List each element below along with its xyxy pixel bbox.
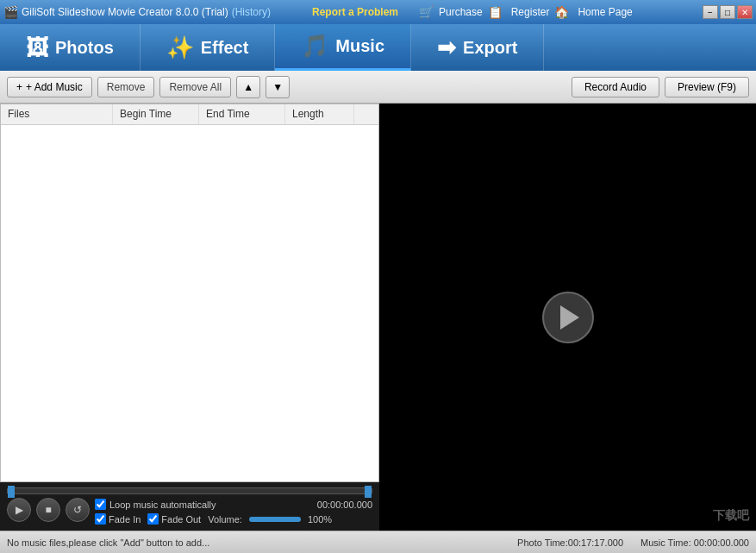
tab-photos-label: Photos xyxy=(55,38,114,58)
homepage-link[interactable]: Home Page xyxy=(578,6,632,18)
volume-slider[interactable] xyxy=(249,517,301,522)
file-table: Files Begin Time End Time Length xyxy=(0,104,379,482)
seekbar-track[interactable] xyxy=(7,487,372,494)
watermark: 下载吧 xyxy=(713,508,749,524)
fade-out-label: Fade Out xyxy=(161,514,201,525)
fade-in-checkbox[interactable] xyxy=(95,513,106,525)
register-link[interactable]: Register xyxy=(511,6,550,18)
register-icon: 📋 xyxy=(488,5,503,19)
purchase-icon: 🛒 xyxy=(419,5,434,19)
play-button[interactable]: ▶ xyxy=(7,498,31,522)
col-end-time: End Time xyxy=(199,104,285,124)
move-down-button[interactable]: ▼ xyxy=(266,76,290,98)
close-button[interactable]: ✕ xyxy=(737,5,753,19)
seekbar-right-handle[interactable] xyxy=(365,486,372,498)
fade-in-container: Fade In xyxy=(95,513,141,525)
photo-time-display: Photo Time:00:17:17.000 xyxy=(517,537,623,548)
toolbar: + + Add Music Remove Remove All ▲ ▼ Reco… xyxy=(0,71,756,104)
seekbar-left-handle[interactable] xyxy=(8,486,15,498)
remove-all-button[interactable]: Remove All xyxy=(159,77,231,97)
add-icon: + xyxy=(16,81,22,93)
music-time-display: Music Time: 00:00:00.000 xyxy=(640,537,749,548)
effect-icon: ✨ xyxy=(166,35,194,61)
history-link[interactable]: (History) xyxy=(232,6,271,18)
preview-play-button[interactable] xyxy=(542,292,594,343)
tab-music[interactable]: 🎵 Music xyxy=(275,24,411,71)
volume-label: Volume: xyxy=(208,514,242,525)
move-up-button[interactable]: ▲ xyxy=(236,76,260,98)
purchase-link[interactable]: Purchase xyxy=(439,6,483,18)
title-bar: 🎬 GiliSoft Slideshow Movie Creator 8.0.0… xyxy=(0,0,756,24)
col-length: Length xyxy=(285,104,354,124)
photos-icon: 🖼 xyxy=(26,35,48,61)
file-list-header: Files Begin Time End Time Length xyxy=(1,104,378,125)
tab-export[interactable]: ➡ Export xyxy=(411,24,544,71)
rewind-button[interactable]: ↺ xyxy=(66,498,90,522)
preview-panel: 下载吧 xyxy=(379,104,756,531)
fade-out-container: Fade Out xyxy=(147,513,201,525)
volume-pct: 100% xyxy=(308,514,332,525)
tab-effect[interactable]: ✨ Effect xyxy=(141,24,276,71)
col-files: Files xyxy=(1,104,113,124)
loop-checkbox[interactable] xyxy=(95,499,106,510)
report-link[interactable]: Report a Problem xyxy=(312,6,398,18)
fade-in-label: Fade In xyxy=(109,514,141,525)
play-triangle-icon xyxy=(560,305,579,330)
seekbar-container xyxy=(7,487,372,494)
player-buttons: ▶ ■ ↺ xyxy=(7,498,90,522)
player-controls: ▶ ■ ↺ Loop music automatically 00:00:00.… xyxy=(0,482,379,531)
maximize-button[interactable]: □ xyxy=(720,5,735,19)
minimize-button[interactable]: − xyxy=(703,5,718,19)
remove-button[interactable]: Remove xyxy=(97,77,155,97)
app-title: GiliSoft Slideshow Movie Creator 8.0.0 (… xyxy=(22,6,228,18)
tab-export-label: Export xyxy=(463,38,517,58)
app-icon: 🎬 xyxy=(3,5,18,19)
tab-photos[interactable]: 🖼 Photos xyxy=(0,24,141,71)
main-content: Files Begin Time End Time Length ▶ ■ xyxy=(0,104,756,531)
tab-music-label: Music xyxy=(335,36,384,56)
loop-label: Loop music automatically xyxy=(109,500,216,510)
left-panel: Files Begin Time End Time Length ▶ ■ xyxy=(0,104,379,531)
home-icon: 🏠 xyxy=(554,5,569,19)
fade-out-checkbox[interactable] xyxy=(147,513,159,525)
time-display: 00:00:00.000 xyxy=(317,500,372,510)
status-message: No music files,please click "Add" button… xyxy=(7,537,209,548)
record-audio-button[interactable]: Record Audio xyxy=(572,77,659,97)
file-list-body[interactable] xyxy=(1,125,378,481)
col-begin-time: Begin Time xyxy=(113,104,199,124)
add-music-button[interactable]: + + Add Music xyxy=(7,77,92,97)
export-icon: ➡ xyxy=(437,35,456,61)
music-icon: 🎵 xyxy=(301,33,328,60)
status-bar: No music files,please click "Add" button… xyxy=(0,531,756,553)
stop-button[interactable]: ■ xyxy=(36,498,60,522)
preview-button[interactable]: Preview (F9) xyxy=(665,77,749,97)
tab-effect-label: Effect xyxy=(201,38,249,58)
tab-bar: 🖼 Photos ✨ Effect 🎵 Music ➡ Export xyxy=(0,24,756,71)
